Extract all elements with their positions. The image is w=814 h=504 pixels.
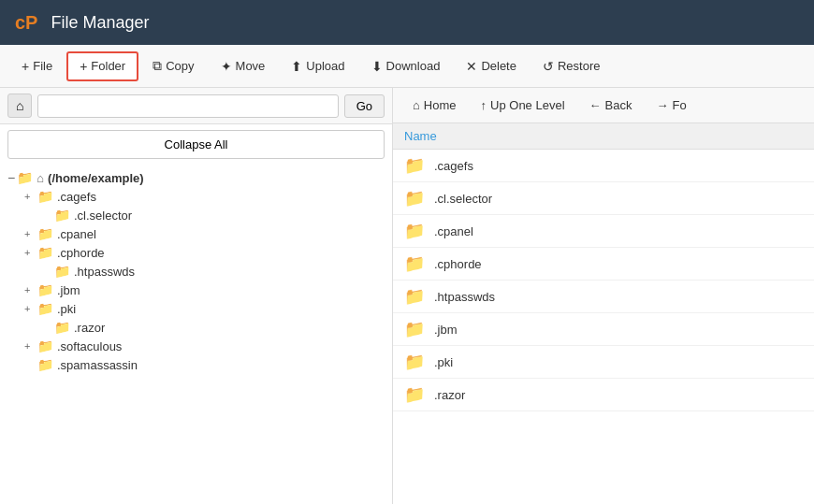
tree-toggle: + [24,228,37,239]
restore-icon: ↺ [543,59,554,74]
upload-icon: ⬆ [291,59,302,74]
tree-home-button[interactable]: ⌂ [7,94,32,118]
main-layout: ⌂ Go Collapse All − 📁 ⌂ (/home/example) … [0,88,814,504]
folder-icon: 📁 [54,264,70,279]
toolbar: +File+Folder⧉Copy✦Move⬆Upload⬇Download✕D… [0,45,814,88]
file-row[interactable]: 📁 .jbm [393,313,814,346]
tree-label: .cagefs [57,190,96,204]
cpanel-logo: cP [15,12,37,34]
left-panel: ⌂ Go Collapse All − 📁 ⌂ (/home/example) … [0,88,393,504]
folder-label: Folder [91,59,125,73]
nav-up_one_level-button[interactable]: ↑Up One Level [471,94,575,117]
tree-item-softaculous[interactable]: +📁.softaculous [7,337,385,355]
tree-toggle: + [24,340,37,352]
toolbar-move-button[interactable]: ✦Move [209,52,278,80]
file-name: .pki [434,355,453,369]
tree-toggle-empty [41,322,54,333]
tree-item-razor[interactable]: 📁.razor [7,318,385,337]
nav-forward-button[interactable]: →Fo [646,94,696,117]
folder-icon: + [80,59,87,74]
tree-item-cphorde[interactable]: +📁.cphorde [7,243,385,262]
column-name: Name [404,129,437,143]
file-name: .jbm [434,323,458,337]
back-icon: ← [589,98,602,112]
download-icon: ⬇ [371,59,383,74]
tree-item-pki[interactable]: +📁.pki [7,299,385,318]
tree-label: .pki [57,302,76,316]
file-label: File [33,59,52,73]
move-icon: ✦ [221,59,232,74]
file-name: .cphorde [434,257,482,271]
file-icon: + [22,59,29,74]
file-row[interactable]: 📁 .pki [393,346,814,379]
file-name: .htpasswds [434,290,495,304]
tree-item-cl_selector[interactable]: 📁.cl.selector [7,206,385,224]
back-label: Back [605,98,632,112]
tree-label: .cl.selector [74,209,132,223]
file-row[interactable]: 📁 .htpasswds [393,281,814,313]
folder-icon: 📁 [17,170,33,185]
file-name: .cpanel [434,224,473,238]
folder-icon: 📁 [37,189,53,204]
tree-toggle-empty [41,266,54,277]
file-row[interactable]: 📁 .razor [393,379,814,411]
file-list: 📁 .cagefs 📁 .cl.selector 📁 .cpanel 📁 .cp… [393,150,814,504]
folder-icon: 📁 [37,282,53,297]
tree-item-htpasswds[interactable]: 📁.htpasswds [7,262,385,281]
tree-label: .cphorde [57,246,105,260]
tree-item-cpanel[interactable]: +📁.cpanel [7,224,385,243]
folder-icon: 📁 [404,188,425,209]
file-tree: − 📁 ⌂ (/home/example) +📁.cagefs 📁.cl.sel… [0,165,392,504]
app-header: cP File Manager [0,0,814,45]
folder-icon: 📁 [37,357,53,372]
download-label: Download [386,59,441,73]
tree-label: .razor [74,321,105,335]
folder-icon: 📁 [54,320,70,335]
nav-home-button[interactable]: ⌂Home [402,94,467,117]
folder-icon: 📁 [54,208,70,223]
folder-icon: 📁 [404,352,425,372]
go-button[interactable]: Go [344,94,385,118]
folder-icon: 📁 [37,301,53,316]
up_one_level-icon: ↑ [481,98,487,112]
up_one_level-label: Up One Level [490,98,565,112]
tree-item-root[interactable]: − 📁 ⌂ (/home/example) [7,168,385,187]
toolbar-folder-button[interactable]: +Folder [66,51,138,81]
toolbar-download-button[interactable]: ⬇Download [359,52,453,80]
tree-toggle-empty [41,209,54,221]
tree-label: .htpasswds [74,265,135,279]
app-title: File Manager [51,13,149,33]
toolbar-upload-button[interactable]: ⬆Upload [279,52,356,80]
file-name: .cl.selector [434,192,492,206]
tree-label: .jbm [57,283,80,297]
copy-label: Copy [166,59,194,73]
file-row[interactable]: 📁 .cl.selector [393,182,814,215]
toolbar-delete-button[interactable]: ✕Delete [454,52,529,80]
file-row[interactable]: 📁 .cphorde [393,248,814,281]
folder-icon: 📁 [404,286,425,307]
toolbar-file-button[interactable]: +File [9,52,65,80]
file-row[interactable]: 📁 .cpanel [393,215,814,248]
folder-icon: 📁 [404,221,425,241]
path-input[interactable] [37,94,338,118]
tree-toggle: + [24,247,37,258]
tree-item-cagefs[interactable]: +📁.cagefs [7,187,385,206]
tree-item-jbm[interactable]: +📁.jbm [7,281,385,299]
file-row[interactable]: 📁 .cagefs [393,150,814,182]
folder-icon: 📁 [404,253,425,274]
left-nav-bar: ⌂ Go [0,88,392,124]
tree-label: .cpanel [57,227,96,241]
toolbar-restore-button[interactable]: ↺Restore [531,52,613,80]
toolbar-copy-button[interactable]: ⧉Copy [140,51,206,80]
file-name: .cagefs [434,159,473,173]
tree-toggle: + [24,284,37,295]
forward-icon: → [656,98,668,112]
restore-label: Restore [558,59,601,73]
folder-icon: 📁 [404,384,425,405]
delete-label: Delete [481,59,516,73]
collapse-all-button[interactable]: Collapse All [7,130,385,159]
nav-back-button[interactable]: ←Back [579,94,643,117]
tree-item-spamassassin[interactable]: 📁.spamassassin [7,355,385,374]
file-name: .razor [434,388,465,402]
tree-root-label: (/home/example) [48,171,144,185]
